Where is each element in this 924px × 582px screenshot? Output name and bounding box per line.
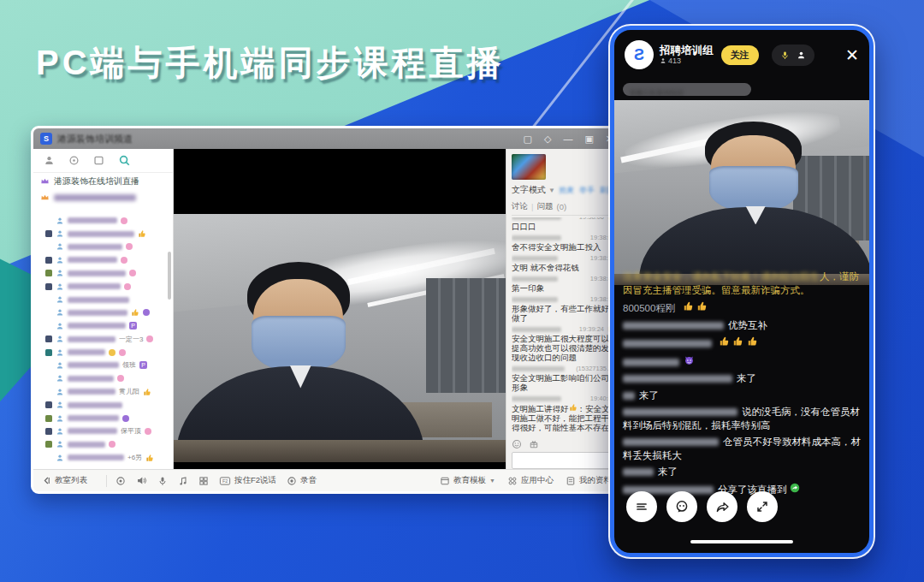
pin-icon[interactable] — [68, 155, 80, 166]
member-row[interactable]: P — [33, 319, 173, 332]
record-dot-icon[interactable] — [116, 476, 126, 486]
follow-button[interactable]: 关注 — [721, 45, 759, 65]
app-center-button[interactable]: 应用中心 — [507, 475, 554, 486]
expand-button[interactable] — [747, 491, 778, 522]
role-badge-icon — [45, 349, 52, 356]
my-profile-button[interactable]: 我的资料 — [566, 475, 612, 486]
template-menu-button[interactable]: 教育模板▼ — [440, 475, 495, 486]
f2-key-icon: F2 — [219, 476, 231, 486]
member-row[interactable]: 保平顶 — [33, 425, 173, 437]
member-row[interactable] — [33, 346, 173, 359]
channel-row-live[interactable]: 港源装饰在线培训直播 — [33, 173, 173, 189]
phone-chat-row: 来了 — [623, 466, 862, 479]
gem-icon[interactable]: ◇ — [544, 134, 551, 145]
phone-video-area[interactable] — [614, 100, 869, 285]
comment-button[interactable] — [666, 491, 697, 522]
member-row[interactable] — [33, 438, 173, 451]
gift-icon[interactable] — [529, 439, 539, 449]
mode-label[interactable]: 文字模式 — [512, 184, 546, 196]
blurred-member-name — [68, 442, 105, 448]
member-person-icon — [56, 217, 64, 225]
pc-video-area[interactable] — [174, 149, 506, 469]
search-icon[interactable] — [118, 154, 131, 167]
mic-icon[interactable] — [157, 476, 168, 486]
emoji-icon[interactable] — [512, 439, 522, 449]
speaker-icon[interactable] — [136, 475, 147, 486]
pc-app-window: S 港源装饰培训频道 ▢ ◇ — ▣ ✕ 港源 — [31, 126, 623, 494]
member-row[interactable] — [33, 398, 173, 411]
member-row[interactable] — [33, 241, 173, 253]
member-row[interactable]: 领班P — [33, 359, 173, 371]
panel-toggle-icon[interactable]: ▢ — [524, 134, 532, 145]
menu-button[interactable] — [626, 491, 657, 522]
chat-link[interactable]: 举手 — [579, 185, 595, 196]
classroom-list-button[interactable]: 教室列表 — [42, 475, 87, 486]
blurred-sender-name — [512, 297, 558, 302]
chat-action-links[interactable]: 抢麦举手刷屏 — [559, 185, 615, 196]
role-badge-icon — [45, 441, 52, 448]
link-mic-pill[interactable] — [772, 45, 814, 66]
message-text: 优势互补 — [728, 320, 767, 330]
blurred-sender-name — [512, 217, 561, 220]
member-row[interactable] — [33, 227, 173, 240]
close-icon[interactable]: ✕ — [845, 47, 859, 63]
badge-dot-icon — [146, 336, 153, 342]
streamer-avatar[interactable]: Ƨ — [625, 40, 654, 69]
share-button[interactable] — [707, 491, 737, 522]
thumb-up-icon — [131, 308, 139, 317]
member-row[interactable]: +6另 — [33, 451, 173, 464]
member-row[interactable] — [33, 372, 173, 385]
blurred-sender-name — [512, 366, 565, 371]
member-row[interactable]: 黄儿阳 — [33, 385, 173, 398]
blurred-sender-name — [623, 408, 737, 416]
member-suffix: 一定一3 — [119, 335, 143, 344]
phone-chat-row: 来了 — [623, 372, 862, 386]
grid-icon[interactable] — [198, 476, 209, 486]
tab-discuss[interactable]: 讨论 — [512, 201, 528, 212]
blurred-member-name — [68, 217, 117, 223]
chat-link[interactable]: 抢麦 — [559, 185, 574, 196]
sidebar-scrollbar[interactable] — [168, 252, 171, 300]
member-row[interactable]: 一定一3 — [33, 333, 173, 346]
home-indicator[interactable] — [690, 540, 793, 543]
member-row[interactable] — [33, 412, 173, 425]
panel-icon[interactable] — [93, 155, 104, 166]
member-person-icon — [56, 401, 64, 409]
message-text: 来了 — [737, 373, 756, 383]
blurred-member-name — [68, 323, 126, 329]
contacts-icon[interactable] — [44, 155, 55, 166]
shared-doc-thumbnail[interactable] — [512, 154, 546, 180]
minimize-button[interactable]: — — [563, 134, 572, 145]
viewer-count: 413 — [668, 56, 681, 65]
hold-f2-talk-button[interactable]: F2 按住F2说话 — [219, 475, 276, 486]
role-badge-icon — [45, 415, 52, 422]
music-icon[interactable] — [178, 476, 188, 486]
member-person-icon — [56, 454, 64, 462]
page-title: PC端与手机端同步课程直播 — [36, 39, 505, 86]
member-row[interactable] — [33, 293, 173, 306]
announcement-pill[interactable]: 直播公告滚动信息 — [623, 83, 751, 96]
member-person-icon — [56, 282, 64, 291]
channel-row-blurred[interactable] — [33, 189, 173, 205]
member-row[interactable] — [33, 214, 173, 227]
record-audio-button[interactable]: 录音 — [287, 475, 317, 486]
thumb-up-icon — [696, 300, 708, 312]
member-row[interactable] — [33, 280, 173, 293]
member-row[interactable] — [33, 267, 173, 280]
pc-live-video — [174, 214, 506, 462]
maximize-button[interactable]: ▣ — [584, 134, 593, 145]
chat-text-input[interactable] — [512, 452, 615, 469]
svg-text:F2: F2 — [222, 478, 228, 484]
pc-titlebar[interactable]: S 港源装饰培训频道 ▢ ◇ — ▣ ✕ — [33, 128, 620, 149]
thumb-up-icon — [138, 229, 146, 238]
message-text: 安全文明施工影响咱们公司形象 — [512, 373, 615, 392]
viewer-icon — [660, 57, 666, 64]
phone-chat-overlay[interactable]: 注意资金安全，请勿私下转账！请勿轻信陌生人，谨防因冒充主播管理受骗。留意最新诈骗… — [623, 270, 862, 496]
thumb-up-icon — [683, 300, 694, 312]
tab-question[interactable]: 问题 — [536, 201, 553, 212]
badge-dot-icon — [145, 428, 151, 435]
member-row[interactable] — [33, 253, 173, 266]
member-row[interactable] — [33, 306, 173, 319]
role-badge-icon — [45, 401, 52, 408]
chevron-down-icon[interactable]: ▼ — [548, 187, 555, 194]
